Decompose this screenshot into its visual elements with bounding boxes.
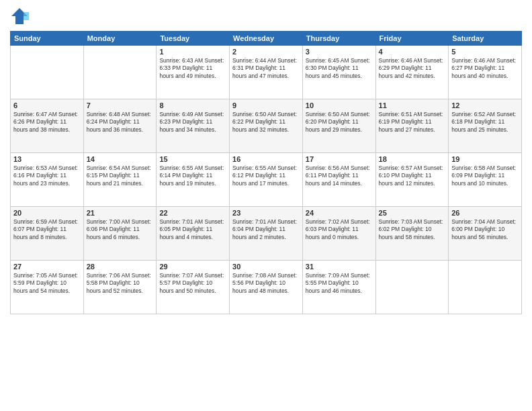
day-number: 26	[451, 209, 519, 217]
day-info: Sunrise: 7:00 AM Sunset: 6:06 PM Dayligh…	[87, 218, 154, 241]
day-number: 18	[379, 155, 446, 163]
day-number: 31	[306, 263, 373, 271]
calendar-cell: 3Sunrise: 6:45 AM Sunset: 6:30 PM Daylig…	[302, 46, 375, 99]
calendar-cell: 29Sunrise: 7:07 AM Sunset: 5:57 PM Dayli…	[157, 261, 230, 314]
day-number: 20	[13, 209, 81, 217]
header	[10, 7, 522, 26]
day-number: 23	[232, 209, 300, 217]
calendar-cell: 30Sunrise: 7:08 AM Sunset: 5:56 PM Dayli…	[230, 261, 303, 314]
calendar-cell: 9Sunrise: 6:50 AM Sunset: 6:22 PM Daylig…	[230, 99, 303, 153]
calendar-header-monday: Monday	[83, 32, 157, 46]
day-number: 15	[159, 155, 226, 163]
calendar-cell: 5Sunrise: 6:46 AM Sunset: 6:27 PM Daylig…	[449, 46, 522, 99]
day-info: Sunrise: 6:43 AM Sunset: 6:33 PM Dayligh…	[159, 57, 226, 80]
calendar-cell: 27Sunrise: 7:05 AM Sunset: 5:59 PM Dayli…	[11, 261, 84, 314]
day-number: 12	[451, 101, 519, 109]
day-info: Sunrise: 6:55 AM Sunset: 6:14 PM Dayligh…	[159, 165, 226, 187]
calendar-week-2: 13Sunrise: 6:53 AM Sunset: 6:16 PM Dayli…	[11, 153, 522, 207]
calendar-cell	[11, 46, 84, 99]
day-info: Sunrise: 7:06 AM Sunset: 5:58 PM Dayligh…	[87, 272, 154, 295]
day-info: Sunrise: 6:46 AM Sunset: 6:27 PM Dayligh…	[451, 57, 519, 80]
day-info: Sunrise: 7:04 AM Sunset: 6:00 PM Dayligh…	[451, 218, 519, 241]
calendar-cell: 25Sunrise: 7:03 AM Sunset: 6:02 PM Dayli…	[375, 207, 449, 261]
day-number: 30	[232, 263, 300, 271]
day-info: Sunrise: 6:53 AM Sunset: 6:16 PM Dayligh…	[13, 165, 81, 187]
calendar-week-0: 1Sunrise: 6:43 AM Sunset: 6:33 PM Daylig…	[11, 46, 522, 99]
calendar-cell: 28Sunrise: 7:06 AM Sunset: 5:58 PM Dayli…	[83, 261, 157, 314]
day-number: 13	[13, 155, 81, 163]
logo-icon	[10, 7, 29, 26]
calendar-cell	[83, 46, 157, 99]
calendar-week-1: 6Sunrise: 6:47 AM Sunset: 6:26 PM Daylig…	[11, 99, 522, 153]
calendar-header-tuesday: Tuesday	[157, 32, 230, 46]
day-number: 7	[87, 101, 154, 109]
day-number: 28	[87, 263, 154, 271]
day-number: 6	[13, 101, 81, 109]
day-info: Sunrise: 6:44 AM Sunset: 6:31 PM Dayligh…	[232, 57, 300, 80]
day-number: 9	[232, 101, 300, 109]
day-number: 4	[379, 48, 446, 56]
day-number: 8	[159, 101, 226, 109]
day-number: 1	[159, 48, 226, 56]
day-info: Sunrise: 7:07 AM Sunset: 5:57 PM Dayligh…	[159, 272, 226, 295]
day-info: Sunrise: 7:05 AM Sunset: 5:59 PM Dayligh…	[13, 272, 81, 295]
day-info: Sunrise: 6:48 AM Sunset: 6:24 PM Dayligh…	[87, 111, 154, 134]
calendar-header-saturday: Saturday	[449, 32, 522, 46]
calendar-cell: 17Sunrise: 6:56 AM Sunset: 6:11 PM Dayli…	[302, 153, 375, 207]
day-info: Sunrise: 6:46 AM Sunset: 6:29 PM Dayligh…	[379, 57, 446, 80]
day-number: 17	[306, 155, 373, 163]
calendar-header-sunday: Sunday	[11, 32, 84, 46]
calendar-cell	[375, 261, 449, 314]
day-number: 5	[451, 48, 519, 56]
calendar-cell: 23Sunrise: 7:01 AM Sunset: 6:04 PM Dayli…	[230, 207, 303, 261]
day-info: Sunrise: 6:59 AM Sunset: 6:07 PM Dayligh…	[13, 218, 81, 241]
day-info: Sunrise: 6:55 AM Sunset: 6:12 PM Dayligh…	[232, 165, 300, 187]
calendar-cell: 16Sunrise: 6:55 AM Sunset: 6:12 PM Dayli…	[230, 153, 303, 207]
calendar-cell: 31Sunrise: 7:09 AM Sunset: 5:55 PM Dayli…	[302, 261, 375, 314]
calendar-cell: 20Sunrise: 6:59 AM Sunset: 6:07 PM Dayli…	[11, 207, 84, 261]
day-number: 27	[13, 263, 81, 271]
calendar-table: SundayMondayTuesdayWednesdayThursdayFrid…	[10, 31, 522, 314]
calendar-cell: 8Sunrise: 6:49 AM Sunset: 6:23 PM Daylig…	[157, 99, 230, 153]
calendar-header-row: SundayMondayTuesdayWednesdayThursdayFrid…	[11, 32, 522, 46]
day-info: Sunrise: 7:09 AM Sunset: 5:55 PM Dayligh…	[306, 272, 373, 295]
logo	[10, 7, 32, 26]
day-info: Sunrise: 6:57 AM Sunset: 6:10 PM Dayligh…	[379, 165, 446, 187]
day-info: Sunrise: 6:54 AM Sunset: 6:15 PM Dayligh…	[87, 165, 154, 187]
day-info: Sunrise: 6:45 AM Sunset: 6:30 PM Dayligh…	[306, 57, 373, 80]
day-info: Sunrise: 7:03 AM Sunset: 6:02 PM Dayligh…	[379, 218, 446, 241]
calendar-week-4: 27Sunrise: 7:05 AM Sunset: 5:59 PM Dayli…	[11, 261, 522, 314]
day-info: Sunrise: 7:01 AM Sunset: 6:04 PM Dayligh…	[232, 218, 300, 241]
day-number: 11	[379, 101, 446, 109]
calendar-cell: 11Sunrise: 6:51 AM Sunset: 6:19 PM Dayli…	[375, 99, 449, 153]
day-info: Sunrise: 6:51 AM Sunset: 6:19 PM Dayligh…	[379, 111, 446, 134]
day-info: Sunrise: 6:50 AM Sunset: 6:20 PM Dayligh…	[306, 111, 373, 134]
calendar-cell: 4Sunrise: 6:46 AM Sunset: 6:29 PM Daylig…	[375, 46, 449, 99]
calendar-header-friday: Friday	[375, 32, 449, 46]
day-info: Sunrise: 7:02 AM Sunset: 6:03 PM Dayligh…	[306, 218, 373, 241]
day-number: 25	[379, 209, 446, 217]
day-number: 3	[306, 48, 373, 56]
calendar-cell: 1Sunrise: 6:43 AM Sunset: 6:33 PM Daylig…	[157, 46, 230, 99]
calendar-cell: 15Sunrise: 6:55 AM Sunset: 6:14 PM Dayli…	[157, 153, 230, 207]
calendar-header-wednesday: Wednesday	[230, 32, 303, 46]
calendar-cell: 21Sunrise: 7:00 AM Sunset: 6:06 PM Dayli…	[83, 207, 157, 261]
calendar-cell: 14Sunrise: 6:54 AM Sunset: 6:15 PM Dayli…	[83, 153, 157, 207]
day-info: Sunrise: 7:08 AM Sunset: 5:56 PM Dayligh…	[232, 272, 300, 295]
day-info: Sunrise: 6:56 AM Sunset: 6:11 PM Dayligh…	[306, 165, 373, 187]
svg-marker-1	[24, 12, 29, 20]
day-number: 10	[306, 101, 373, 109]
day-info: Sunrise: 6:52 AM Sunset: 6:18 PM Dayligh…	[451, 111, 519, 134]
day-number: 14	[87, 155, 154, 163]
page: SundayMondayTuesdayWednesdayThursdayFrid…	[0, 0, 532, 411]
day-number: 22	[159, 209, 226, 217]
day-number: 16	[232, 155, 300, 163]
day-number: 21	[87, 209, 154, 217]
calendar-cell: 18Sunrise: 6:57 AM Sunset: 6:10 PM Dayli…	[375, 153, 449, 207]
calendar-cell: 24Sunrise: 7:02 AM Sunset: 6:03 PM Dayli…	[302, 207, 375, 261]
day-number: 24	[306, 209, 373, 217]
calendar-cell: 6Sunrise: 6:47 AM Sunset: 6:26 PM Daylig…	[11, 99, 84, 153]
calendar-week-3: 20Sunrise: 6:59 AM Sunset: 6:07 PM Dayli…	[11, 207, 522, 261]
calendar-cell: 26Sunrise: 7:04 AM Sunset: 6:00 PM Dayli…	[449, 207, 522, 261]
day-number: 29	[159, 263, 226, 271]
